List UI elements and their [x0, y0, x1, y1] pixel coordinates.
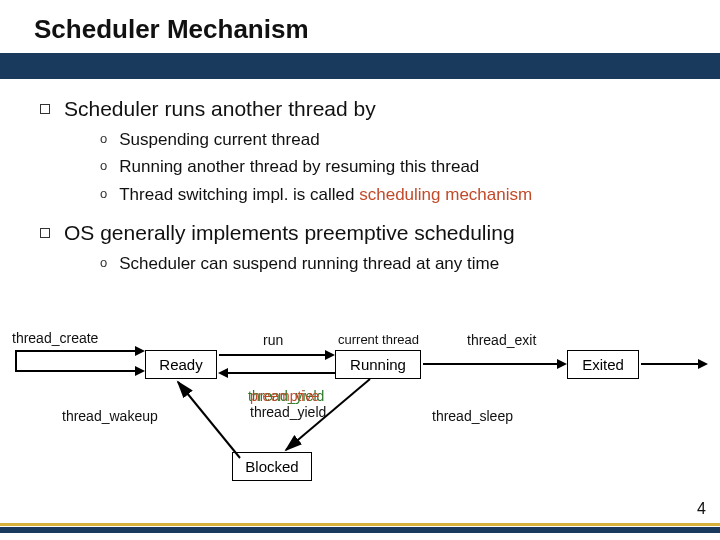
subbullet-1-3: o Thread switching impl. is called sched…: [100, 184, 686, 205]
subbullet-1-2-text: Running another thread by resuming this …: [119, 156, 479, 177]
footer-stripe-navy: [0, 527, 720, 533]
title-bar: Scheduler Mechanism: [0, 0, 720, 53]
bullet-2: OS generally implements preemptive sched…: [40, 221, 686, 245]
bullet-2-text: OS generally implements preemptive sched…: [64, 221, 515, 245]
diagonal-arrows: [0, 310, 720, 500]
arrow-wakeup: [178, 382, 240, 458]
subbullet-2-1: o Scheduler can suspend running thread a…: [100, 253, 686, 274]
subbullet-1-3a: Thread switching impl. is called: [119, 185, 359, 204]
circle-bullet-icon: o: [100, 159, 107, 172]
arrow-sleep: [286, 379, 370, 450]
bullet-1-sublist: o Suspending current thread o Running an…: [100, 129, 686, 205]
slide-title: Scheduler Mechanism: [34, 14, 720, 45]
subbullet-1-1-text: Suspending current thread: [119, 129, 319, 150]
circle-bullet-icon: o: [100, 132, 107, 145]
bullet-2-sublist: o Scheduler can suspend running thread a…: [100, 253, 686, 274]
square-bullet-icon: [40, 228, 50, 238]
subbullet-2-1-text: Scheduler can suspend running thread at …: [119, 253, 499, 274]
subbullet-1-2: o Running another thread by resuming thi…: [100, 156, 686, 177]
subbullet-1-1: o Suspending current thread: [100, 129, 686, 150]
footer-stripe-gold: [0, 523, 720, 526]
circle-bullet-icon: o: [100, 256, 107, 269]
subbullet-1-3-text: Thread switching impl. is called schedul…: [119, 184, 532, 205]
slide: Scheduler Mechanism Scheduler runs anoth…: [0, 0, 720, 540]
scheduling-mechanism-term: scheduling mechanism: [359, 185, 532, 204]
content-area: Scheduler runs another thread by o Suspe…: [0, 79, 720, 274]
title-underline: [0, 53, 720, 79]
square-bullet-icon: [40, 104, 50, 114]
circle-bullet-icon: o: [100, 187, 107, 200]
bullet-1: Scheduler runs another thread by: [40, 97, 686, 121]
state-diagram: Ready Running Exited Blocked thread_crea…: [0, 310, 720, 500]
page-number: 4: [697, 500, 706, 518]
bullet-1-text: Scheduler runs another thread by: [64, 97, 376, 121]
